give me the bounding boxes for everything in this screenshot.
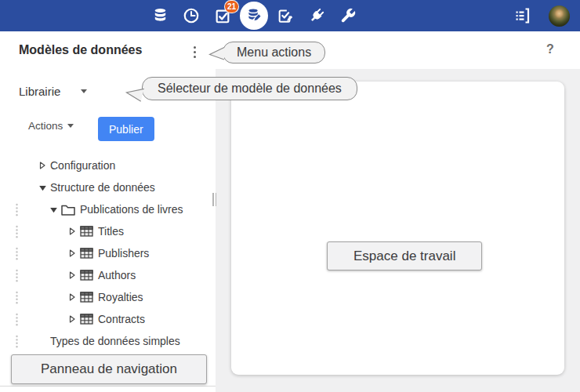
notification-badge: 21 xyxy=(224,0,239,13)
drag-handle-icon[interactable] xyxy=(15,269,19,285)
table-icon xyxy=(80,292,93,303)
callout-model-selector: Sélecteur de modèle de données xyxy=(142,77,357,100)
help-icon[interactable]: ? xyxy=(546,42,554,56)
tasks-icon-button[interactable]: 21 xyxy=(207,2,238,30)
table-icon xyxy=(80,314,93,325)
callout-menu-actions: Menu actions xyxy=(223,42,325,64)
callout-pointer xyxy=(208,46,225,61)
drag-handle-icon[interactable] xyxy=(15,291,19,307)
tree-item-titles[interactable]: Titles xyxy=(0,220,216,242)
data-models-icon xyxy=(245,7,263,24)
tree-item-publications-de-livres[interactable]: Publications de livres xyxy=(0,198,216,220)
database-icon xyxy=(151,6,169,25)
data-models-icon-button[interactable] xyxy=(238,2,270,30)
tree-item-royalties[interactable]: Royalties xyxy=(0,286,216,308)
tree-item-configuration[interactable]: Configuration xyxy=(0,154,216,176)
chevron-right-icon[interactable] xyxy=(67,292,77,302)
drag-handle-icon[interactable] xyxy=(15,203,19,220)
tree-item-authors[interactable]: Authors xyxy=(0,264,216,286)
kebab-menu-icon[interactable] xyxy=(188,42,201,61)
plug-icon-button[interactable] xyxy=(301,2,332,30)
tree-item-structure-de-donn-es[interactable]: Structure de données xyxy=(0,176,216,198)
tree-item-label: Titles xyxy=(98,225,124,238)
nav-panel-divider xyxy=(0,386,216,387)
callout-workspace: Espace de travail xyxy=(327,241,482,270)
tree-item-label: Royalties xyxy=(98,291,143,303)
clock-icon xyxy=(183,7,200,24)
avatar[interactable] xyxy=(549,5,570,27)
chevron-down-icon[interactable] xyxy=(38,183,47,192)
callout-label: Sélecteur de modèle de données xyxy=(158,82,342,96)
active-icon-circle xyxy=(240,2,268,30)
tree-item-label: Types de données simples xyxy=(50,335,180,347)
callout-pointer xyxy=(124,84,145,103)
table-icon xyxy=(80,248,93,259)
chevron-right-icon[interactable] xyxy=(67,227,77,236)
tree-item-contracts[interactable]: Contracts xyxy=(0,308,216,330)
chevron-right-icon[interactable] xyxy=(67,270,77,280)
tree-item-label: Configuration xyxy=(50,159,115,172)
publish-button[interactable]: Publier xyxy=(98,117,154,141)
model-name-label: Librairie xyxy=(19,85,60,98)
callout-label: Menu actions xyxy=(237,45,311,60)
tree-item-label: Authors xyxy=(98,269,136,281)
tree-item-label: Publications de livres xyxy=(80,203,183,216)
callout-navigation-panel: Panneau de navigation xyxy=(11,354,207,384)
panel-resize-handle[interactable] xyxy=(212,193,217,206)
topbar-right-group xyxy=(511,0,570,31)
tree-item-publishers[interactable]: Publishers xyxy=(0,242,216,264)
actions-label: Actions xyxy=(28,120,63,132)
callout-label: Espace de travail xyxy=(353,249,455,264)
form-designer-icon xyxy=(277,7,294,24)
app-list-icon-button[interactable] xyxy=(511,2,533,30)
page-title: Modèles de données xyxy=(19,43,142,57)
database-icon-button[interactable] xyxy=(144,2,176,30)
plug-icon xyxy=(308,7,325,24)
drag-handle-icon[interactable] xyxy=(15,313,19,329)
model-selector-dropdown[interactable]: Librairie xyxy=(19,85,87,98)
table-icon xyxy=(80,270,93,281)
chevron-right-icon[interactable] xyxy=(67,314,77,324)
drag-handle-icon[interactable] xyxy=(15,225,19,241)
app-list-icon xyxy=(513,6,531,25)
topbar-icon-group: 21 xyxy=(144,2,364,30)
topbar: 21 xyxy=(0,0,580,31)
drag-handle-icon[interactable] xyxy=(15,247,19,263)
callout-label: Panneau de navigation xyxy=(41,361,177,377)
table-icon xyxy=(80,226,93,237)
tree: ConfigurationStructure de donnéesPublica… xyxy=(0,154,216,352)
tree-item-types-de-donn-es-simples[interactable]: Types de données simples xyxy=(0,330,216,352)
form-designer-icon-button[interactable] xyxy=(270,2,301,30)
chevron-down-icon[interactable] xyxy=(49,205,58,214)
tree-item-label: Contracts xyxy=(98,313,145,325)
chevron-down-icon xyxy=(81,89,87,93)
chevron-right-icon[interactable] xyxy=(38,161,47,170)
drag-handle-icon[interactable] xyxy=(15,335,19,351)
actions-dropdown[interactable]: Actions xyxy=(28,120,74,132)
chevron-down-icon xyxy=(67,124,74,128)
clock-icon-button[interactable] xyxy=(176,2,207,30)
wrench-icon xyxy=(339,7,357,24)
wrench-icon-button[interactable] xyxy=(332,2,364,30)
tree-item-label: Structure de données xyxy=(50,181,155,194)
workspace-canvas[interactable] xyxy=(231,82,564,375)
tree-item-label: Publishers xyxy=(98,247,149,260)
chevron-right-icon[interactable] xyxy=(67,249,77,258)
folder-icon xyxy=(61,204,75,216)
